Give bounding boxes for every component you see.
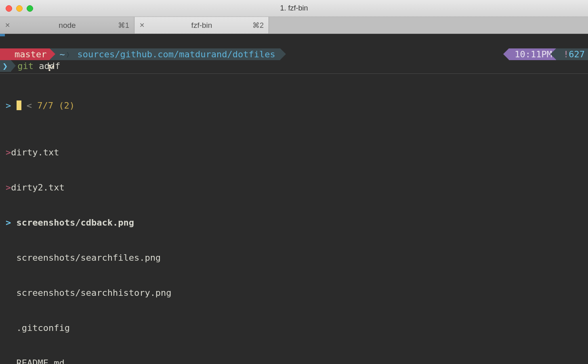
- file-name: screenshots/searchhistory.png: [17, 288, 172, 298]
- close-tab-icon[interactable]: ✕: [139, 21, 145, 29]
- tabbar: ✕ node ⌘1 ✕ fzf-bin ⌘2: [0, 17, 588, 34]
- clock-time: 10:11PM: [514, 48, 552, 60]
- selected-marker-icon: >: [6, 182, 11, 192]
- fzf-cursor: [17, 100, 21, 110]
- file-name: README.md: [17, 358, 65, 364]
- tab-shortcut: ⌘1: [118, 21, 129, 30]
- list-item-current[interactable]: > screenshots/cdback.png: [6, 217, 582, 228]
- selected-marker-icon: >: [6, 147, 11, 157]
- terminal[interactable]: master ~ ❭ sources/github.com/matdurand/…: [0, 34, 588, 364]
- time-segment: 10:11PM: [509, 48, 556, 60]
- list-item[interactable]: screenshots/searchhistory.png: [6, 287, 582, 299]
- fzf-prompt-left: >: [6, 100, 11, 111]
- cwd-path: sources/github.com/matdurand/dotfiles: [78, 48, 275, 60]
- traffic-lights: [6, 5, 33, 12]
- file-name: screenshots/searchfiles.png: [17, 253, 161, 263]
- list-item[interactable]: screenshots/searchfiles.png: [6, 252, 582, 264]
- file-name: .gitconfig: [17, 323, 70, 333]
- git-branch-icon: [5, 51, 12, 58]
- minimize-window-button[interactable]: [16, 5, 23, 12]
- titlebar: 1. fzf-bin: [0, 0, 588, 17]
- list-item[interactable]: README.md: [6, 357, 582, 364]
- close-window-button[interactable]: [6, 5, 12, 12]
- tab-shortcut: ⌘2: [252, 21, 264, 30]
- window-title: 1. fzf-bin: [280, 4, 308, 13]
- current-marker-icon: >: [6, 218, 11, 228]
- prompt-arrow-icon: ❯: [0, 60, 11, 72]
- list-item[interactable]: .gitconfig: [6, 322, 582, 334]
- fzf-counter: 7/7: [37, 100, 53, 111]
- prompt: master ~ ❭ sources/github.com/matdurand/…: [0, 48, 588, 60]
- history-number: 627: [569, 48, 585, 60]
- svg-point-1: [48, 69, 50, 71]
- fzf-finder[interactable]: > < 7/7 (2) >dirty.txt >dirty2.txt > scr…: [0, 74, 588, 364]
- svg-point-0: [48, 65, 50, 67]
- file-name: screenshots/cdback.png: [17, 218, 134, 228]
- close-tab-icon[interactable]: ✕: [5, 21, 10, 29]
- path-segment: sources/github.com/matdurand/dotfiles: [75, 48, 280, 60]
- file-name: dirty.txt: [11, 147, 59, 157]
- path-separator-icon: ❭: [65, 48, 72, 60]
- fzf-prompt-right: <: [27, 100, 32, 111]
- tab-label: fzf-bin: [151, 21, 252, 30]
- branch-name: master: [15, 48, 46, 60]
- command-line[interactable]: ❯ git addf: [0, 60, 588, 72]
- fzf-selected-count: (2): [59, 100, 75, 111]
- history-bang: !: [563, 48, 569, 60]
- fzf-prompt-row[interactable]: > < 7/7 (2): [6, 100, 582, 111]
- tab-fzf-bin[interactable]: ✕ fzf-bin ⌘2: [134, 17, 269, 33]
- file-name: dirty2.txt: [11, 182, 64, 192]
- tab-label: node: [17, 21, 118, 30]
- zoom-window-button[interactable]: [27, 5, 33, 12]
- git-branch-segment: master: [0, 48, 50, 60]
- home-symbol: ~: [59, 48, 65, 60]
- tab-node[interactable]: ✕ node ⌘1: [0, 17, 134, 33]
- list-item[interactable]: >dirty2.txt: [6, 182, 582, 193]
- history-segment: !627: [556, 48, 588, 60]
- list-item[interactable]: >dirty.txt: [6, 146, 582, 158]
